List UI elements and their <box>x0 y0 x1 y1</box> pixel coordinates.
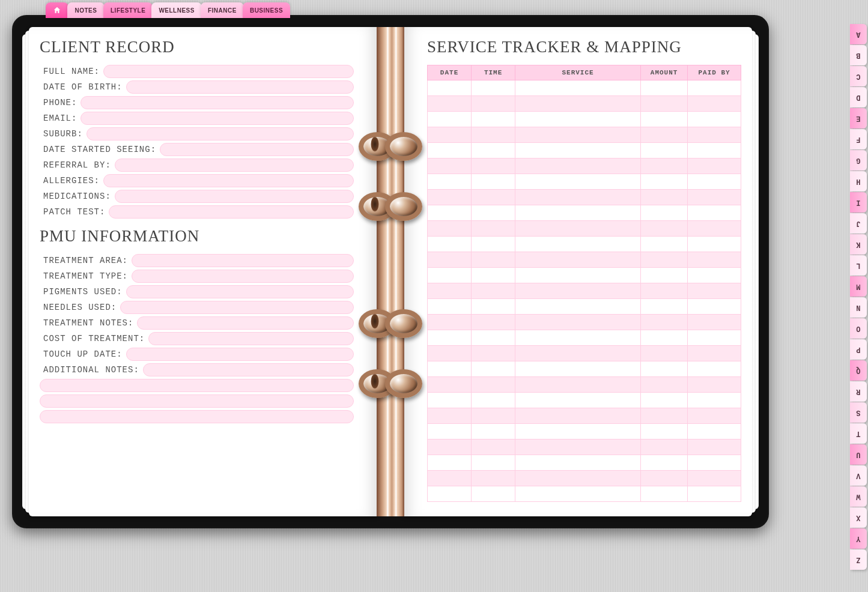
table-cell[interactable] <box>688 143 741 159</box>
table-cell[interactable] <box>640 96 687 112</box>
table-cell[interactable] <box>472 221 515 237</box>
tab-lifestyle[interactable]: LIFESTYLE <box>103 2 153 18</box>
text-input[interactable] <box>80 112 354 125</box>
table-cell[interactable] <box>688 96 741 112</box>
table-cell[interactable] <box>428 252 472 268</box>
table-cell[interactable] <box>428 299 472 315</box>
text-input[interactable] <box>126 80 354 94</box>
table-cell[interactable] <box>428 455 472 471</box>
text-input[interactable] <box>115 190 354 203</box>
table-cell[interactable] <box>515 393 641 408</box>
table-cell[interactable] <box>472 252 515 268</box>
alpha-tab-c[interactable]: C <box>850 66 867 86</box>
table-cell[interactable] <box>428 112 472 127</box>
table-cell[interactable] <box>428 159 472 174</box>
table-cell[interactable] <box>428 377 472 393</box>
table-cell[interactable] <box>428 174 472 190</box>
table-cell[interactable] <box>688 346 741 361</box>
table-cell[interactable] <box>640 112 687 127</box>
table-cell[interactable] <box>428 346 472 361</box>
table-cell[interactable] <box>688 127 741 143</box>
table-cell[interactable] <box>515 237 641 252</box>
text-input[interactable] <box>126 285 354 298</box>
text-input[interactable] <box>137 316 354 330</box>
table-cell[interactable] <box>688 221 741 237</box>
table-cell[interactable] <box>640 424 687 439</box>
table-cell[interactable] <box>515 471 641 486</box>
table-cell[interactable] <box>428 143 472 159</box>
table-cell[interactable] <box>472 377 515 393</box>
table-cell[interactable] <box>515 315 641 330</box>
table-cell[interactable] <box>428 408 472 424</box>
table-cell[interactable] <box>472 127 515 143</box>
table-cell[interactable] <box>472 299 515 315</box>
table-cell[interactable] <box>688 439 741 455</box>
table-cell[interactable] <box>640 221 687 237</box>
alpha-tab-y[interactable]: Y <box>850 528 867 549</box>
table-cell[interactable] <box>515 439 641 455</box>
text-input[interactable] <box>132 254 354 267</box>
table-cell[interactable] <box>472 174 515 190</box>
table-cell[interactable] <box>472 237 515 252</box>
table-cell[interactable] <box>515 252 641 268</box>
text-input[interactable] <box>103 65 354 78</box>
table-cell[interactable] <box>515 486 641 502</box>
table-cell[interactable] <box>640 283 687 299</box>
table-cell[interactable] <box>428 96 472 112</box>
alpha-tab-e[interactable]: E <box>850 108 867 128</box>
text-input[interactable] <box>40 379 354 392</box>
alpha-tab-t[interactable]: T <box>850 423 867 444</box>
alpha-tab-p[interactable]: P <box>850 339 867 360</box>
table-cell[interactable] <box>515 361 641 377</box>
alpha-tab-j[interactable]: J <box>850 213 867 234</box>
table-cell[interactable] <box>472 471 515 486</box>
alpha-tab-f[interactable]: F <box>850 129 867 150</box>
table-cell[interactable] <box>640 205 687 221</box>
table-cell[interactable] <box>515 377 641 393</box>
alpha-tab-l[interactable]: L <box>850 255 867 276</box>
alpha-tab-x[interactable]: X <box>850 507 867 528</box>
text-input[interactable] <box>115 159 354 172</box>
text-input[interactable] <box>120 301 354 314</box>
text-input[interactable] <box>148 332 354 345</box>
table-cell[interactable] <box>688 190 741 205</box>
table-cell[interactable] <box>688 361 741 377</box>
table-cell[interactable] <box>472 190 515 205</box>
table-cell[interactable] <box>428 221 472 237</box>
alpha-tab-v[interactable]: V <box>850 465 867 486</box>
table-cell[interactable] <box>428 439 472 455</box>
table-cell[interactable] <box>640 174 687 190</box>
table-cell[interactable] <box>688 112 741 127</box>
table-cell[interactable] <box>640 377 687 393</box>
table-cell[interactable] <box>472 205 515 221</box>
alpha-tab-s[interactable]: S <box>850 402 867 423</box>
table-cell[interactable] <box>515 96 641 112</box>
alpha-tab-r[interactable]: R <box>850 381 867 402</box>
table-cell[interactable] <box>428 268 472 283</box>
table-cell[interactable] <box>515 174 641 190</box>
table-cell[interactable] <box>640 471 687 486</box>
table-cell[interactable] <box>640 127 687 143</box>
table-cell[interactable] <box>688 486 741 502</box>
table-cell[interactable] <box>472 486 515 502</box>
alpha-tab-h[interactable]: H <box>850 171 867 192</box>
text-input[interactable] <box>109 205 354 219</box>
table-cell[interactable] <box>640 190 687 205</box>
table-cell[interactable] <box>515 190 641 205</box>
table-cell[interactable] <box>688 393 741 408</box>
table-cell[interactable] <box>515 221 641 237</box>
table-cell[interactable] <box>515 80 641 96</box>
table-cell[interactable] <box>515 159 641 174</box>
table-cell[interactable] <box>515 408 641 424</box>
table-cell[interactable] <box>515 346 641 361</box>
tab-finance[interactable]: FINANCE <box>201 2 244 18</box>
table-cell[interactable] <box>688 205 741 221</box>
table-cell[interactable] <box>428 127 472 143</box>
table-cell[interactable] <box>688 159 741 174</box>
table-cell[interactable] <box>472 330 515 346</box>
table-cell[interactable] <box>688 408 741 424</box>
table-cell[interactable] <box>688 283 741 299</box>
alpha-tab-g[interactable]: G <box>850 150 867 171</box>
alpha-tab-n[interactable]: N <box>850 297 867 318</box>
tab-home[interactable] <box>46 2 68 18</box>
